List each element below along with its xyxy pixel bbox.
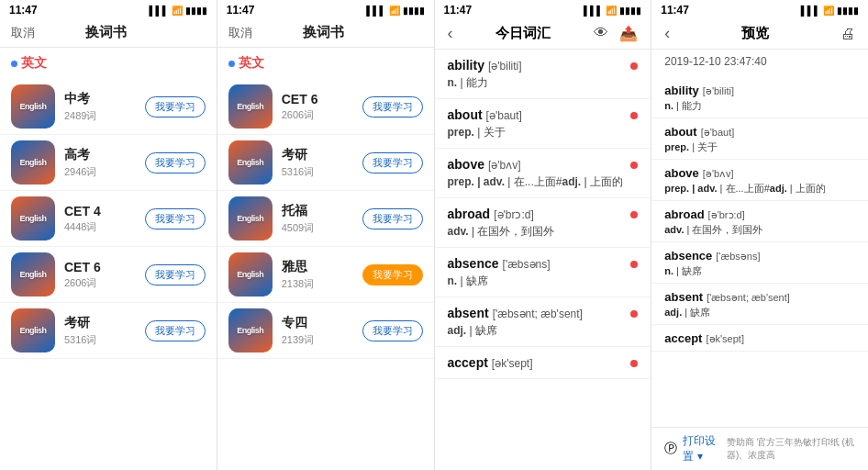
word-info: 高考 2946词	[64, 147, 136, 179]
preview-def: adv. | 在国外，到国外	[664, 223, 855, 237]
vocab-nav-icons: 👁 📤	[594, 25, 638, 42]
preview-phonetic: [ə'baut]	[701, 127, 735, 138]
print-settings-button[interactable]: 打印设置 ▾	[683, 433, 721, 464]
word-info: 中考 2489词	[64, 91, 136, 123]
preview-word: abroad	[664, 207, 704, 221]
status-bar-1: 11:47 ▌▌▌ 📶 ▮▮▮▮	[0, 0, 217, 18]
list-item: English 高考 2946词 我要学习	[0, 135, 217, 191]
eye-icon[interactable]: 👁	[594, 25, 608, 42]
learn-button[interactable]: 我要学习	[145, 320, 206, 341]
vocab-def: prep. | 关于	[448, 125, 631, 140]
vocab-dot	[630, 62, 638, 70]
vocab-word: about	[448, 107, 483, 122]
word-icon: English	[228, 308, 273, 352]
time-4: 11:47	[661, 4, 689, 17]
vocab-entry: above[ə'bʌv] prep. | adv. | 在...上面#adj. …	[435, 149, 651, 198]
word-count: 2139词	[282, 333, 353, 347]
vocab-entry-content: above[ə'bʌv] prep. | adv. | 在...上面#adj. …	[448, 156, 631, 190]
battery-icon: ▮▮▮▮	[403, 6, 425, 16]
wifi-icon: 📶	[823, 6, 834, 16]
status-bar-4: 11:47 ▌▌▌ 📶 ▮▮▮▮	[651, 0, 868, 18]
time-2: 11:47	[227, 4, 255, 17]
word-name: 高考	[64, 147, 136, 163]
print-note: 赞助商 官方三年热敏打印纸 (机器)、浓度高	[727, 436, 855, 462]
wifi-icon: 📶	[389, 6, 400, 16]
vocab-nav: ‹ 今日词汇 👁 📤	[435, 18, 651, 50]
word-count: 5316词	[282, 165, 353, 179]
word-icon: English	[11, 252, 55, 297]
word-icon: English	[11, 308, 55, 352]
icon-text: English	[19, 327, 46, 335]
list-item: English CET 6 2606词 我要学习	[217, 79, 434, 135]
preview-phonetic: [ə'bʌv]	[703, 168, 734, 179]
vocab-entry-content: abroad[ə'brɔ:d] adv. | 在国外，到国外	[448, 206, 631, 240]
vocab-phonetic: [ə'baut]	[486, 109, 522, 122]
vocab-entry-content: accept[ək'sept]	[448, 354, 631, 371]
vocab-entry-content: ability[ə'biliti] n. | 能力	[448, 57, 631, 91]
preview-entry: ability[ə'biliti] n. | 能力	[651, 77, 868, 118]
panel-2: 11:47 ▌▌▌ 📶 ▮▮▮▮ 取消 换词书 英文 English CET 6…	[217, 0, 435, 470]
word-info: CET 4 4448词	[64, 204, 136, 234]
vocab-def: adv. | 在国外，到国外	[448, 224, 631, 240]
vocab-entry: abroad[ə'brɔ:d] adv. | 在国外，到国外	[435, 198, 651, 248]
signal-icon: ▌▌▌	[366, 6, 385, 16]
word-info: CET 6 2606词	[64, 260, 136, 290]
section-header-2: 英文	[217, 48, 434, 75]
back-button-preview[interactable]: ‹	[664, 24, 670, 43]
list-item: English 托福 4509词 我要学习	[217, 191, 434, 247]
word-count: 2489词	[64, 109, 136, 123]
icon-text: English	[237, 215, 263, 223]
learn-button[interactable]: 我要学习	[362, 96, 423, 118]
export-icon[interactable]: 📤	[619, 25, 638, 42]
word-count: 2606词	[282, 108, 353, 122]
vocab-phonetic: [ək'sept]	[492, 357, 533, 370]
preview-def: n. | 能力	[664, 99, 855, 113]
learn-button[interactable]: 我要学习	[362, 152, 423, 173]
vocab-entry: ability[ə'biliti] n. | 能力	[435, 50, 651, 99]
preview-entry: above[ə'bʌv] prep. | adv. | 在...上面#adj. …	[651, 160, 868, 201]
preview-word: ability	[664, 84, 699, 97]
preview-phonetic: ['æbsənt; æb'sent]	[707, 292, 790, 303]
preview-word: accept	[664, 331, 702, 345]
status-icons-4: ▌▌▌ 📶 ▮▮▮▮	[801, 6, 859, 16]
word-icon: English	[228, 84, 273, 129]
learn-button[interactable]: 我要学习	[145, 208, 206, 229]
vocab-def: adj. | 缺席	[448, 323, 631, 339]
section-label-1: 英文	[21, 55, 47, 72]
word-info: CET 6 2606词	[282, 92, 353, 122]
section-label-2: 英文	[239, 55, 264, 72]
word-name: CET 6	[64, 260, 136, 274]
learn-button[interactable]: 我要学习	[362, 208, 423, 229]
word-icon: English	[228, 252, 273, 297]
status-icons-1: ▌▌▌ 📶 ▮▮▮▮	[149, 6, 206, 16]
cancel-button-2[interactable]: 取消	[228, 25, 252, 41]
icon-text: English	[19, 271, 46, 279]
learn-button[interactable]: 我要学习	[145, 96, 206, 118]
signal-icon: ▌▌▌	[149, 6, 168, 16]
vocab-def: prep. | adv. | 在...上面#adj. | 上面的	[448, 174, 631, 190]
word-count: 4509词	[282, 221, 353, 235]
learn-button[interactable]: 我要学习	[145, 152, 206, 173]
word-name: 考研	[64, 315, 136, 331]
learn-button[interactable]: 我要学习	[362, 264, 423, 285]
vocab-word: above	[448, 157, 484, 172]
back-button-vocab[interactable]: ‹	[448, 24, 453, 43]
learn-button[interactable]: 我要学习	[362, 320, 423, 341]
vocab-entry-content: absence['æbsəns] n. | 缺席	[448, 255, 631, 289]
learn-button[interactable]: 我要学习	[145, 264, 206, 285]
vocab-entry-content: about[ə'baut] prep. | 关于	[448, 106, 631, 140]
preview-entry: absence['æbsəns] n. | 缺席	[651, 242, 868, 284]
print-icon-nav[interactable]: 🖨	[840, 26, 855, 42]
word-info: 雅思 2138词	[282, 259, 353, 291]
vocab-entry: absent['æbsənt; æb'sent] adj. | 缺席	[435, 297, 651, 347]
signal-icon: ▌▌▌	[584, 6, 603, 16]
word-icon: English	[11, 140, 55, 185]
word-info: 考研 5316词	[282, 147, 353, 179]
word-name: 考研	[282, 147, 353, 163]
battery-icon: ▮▮▮▮	[619, 6, 641, 16]
word-name: 托福	[282, 203, 353, 219]
cancel-button-1[interactable]: 取消	[11, 25, 35, 41]
word-count: 2138词	[282, 277, 353, 291]
list-item: English CET 4 4448词 我要学习	[0, 191, 217, 247]
word-info: 考研 5316词	[64, 315, 136, 347]
